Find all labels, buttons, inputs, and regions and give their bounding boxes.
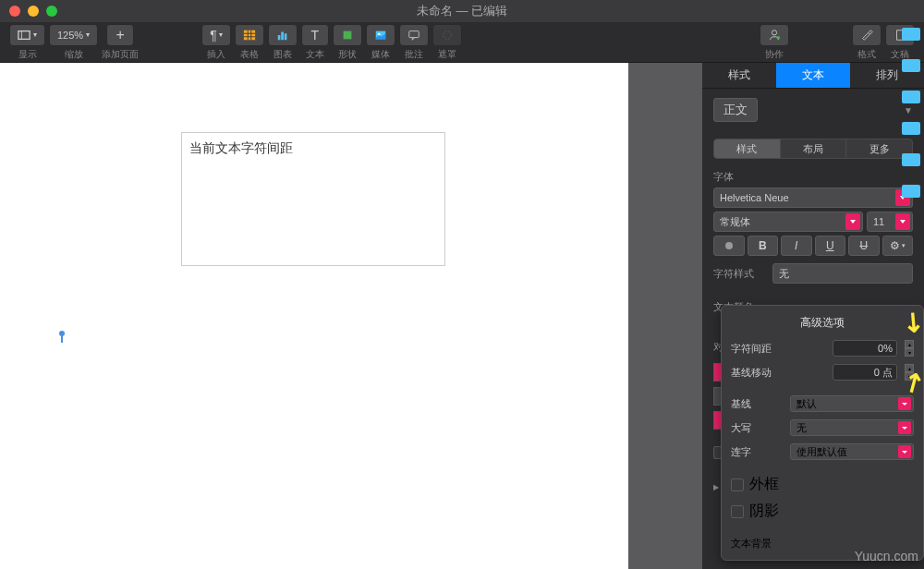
tab-style[interactable]: 样式 bbox=[702, 63, 776, 88]
font-family-dropdown[interactable]: Helvetica Neue bbox=[713, 188, 913, 208]
zoom-button[interactable]: 125%▾ bbox=[49, 24, 98, 46]
folder-icon bbox=[902, 153, 920, 166]
media-button[interactable] bbox=[366, 24, 395, 46]
view-label: 显示 bbox=[18, 48, 37, 61]
font-size-dropdown[interactable]: 11 bbox=[867, 212, 913, 232]
folder-icon bbox=[902, 91, 920, 103]
italic-button[interactable]: I bbox=[781, 236, 812, 256]
chevron-down-icon bbox=[845, 213, 860, 230]
tab-text[interactable]: 文本 bbox=[776, 63, 850, 88]
add-page-button[interactable]: + bbox=[106, 24, 134, 46]
view-icon bbox=[18, 29, 30, 42]
text-bg-label: 文本背景 bbox=[731, 538, 772, 549]
chevron-down-icon bbox=[898, 421, 911, 434]
mask-icon bbox=[441, 29, 454, 42]
folder-icon bbox=[902, 185, 920, 198]
maximize-window-button[interactable] bbox=[46, 6, 57, 17]
svg-rect-8 bbox=[281, 31, 284, 40]
capitalize-dropdown[interactable]: 无 bbox=[790, 419, 914, 436]
svg-rect-10 bbox=[343, 30, 351, 39]
table-button[interactable] bbox=[235, 24, 264, 46]
outline-label: 外框 bbox=[749, 475, 779, 494]
advanced-options-button[interactable]: ⚙▾ bbox=[882, 236, 914, 256]
folder-icon bbox=[902, 28, 920, 41]
svg-rect-9 bbox=[284, 33, 286, 40]
underline-button[interactable]: U bbox=[815, 236, 846, 256]
chart-button[interactable] bbox=[268, 24, 298, 46]
baseline-label: 基线 bbox=[731, 397, 783, 411]
insertion-cursor bbox=[59, 331, 65, 340]
strikethrough-button[interactable]: U bbox=[848, 236, 880, 256]
chevron-down-icon bbox=[898, 445, 911, 458]
text-box[interactable]: 当前文本字符间距 bbox=[181, 132, 445, 266]
svg-point-14 bbox=[443, 30, 451, 39]
brush-icon bbox=[860, 29, 873, 42]
char-spacing-input[interactable] bbox=[833, 340, 897, 357]
comment-button[interactable] bbox=[399, 24, 429, 46]
char-spacing-label: 字符间距 bbox=[731, 342, 783, 356]
desktop-folders bbox=[902, 28, 920, 198]
spacing-disclosure[interactable]: ▶ bbox=[713, 483, 719, 491]
shape-button[interactable] bbox=[333, 24, 362, 46]
ligature-dropdown[interactable]: 使用默认值 bbox=[790, 443, 914, 460]
svg-rect-0 bbox=[18, 30, 30, 39]
popover-title: 高级选项 bbox=[731, 315, 914, 331]
baseline-dropdown[interactable]: 默认 bbox=[790, 395, 914, 412]
collab-icon bbox=[768, 29, 781, 42]
text-icon: T bbox=[310, 28, 319, 42]
color-dot-icon bbox=[725, 242, 733, 249]
char-spacing-stepper[interactable]: ▴▾ bbox=[905, 340, 914, 357]
zoom-label: 缩放 bbox=[65, 48, 83, 61]
paragraph-icon: ¶ bbox=[210, 28, 217, 42]
text-button[interactable]: T bbox=[301, 24, 329, 46]
text-section-segmented: 样式 布局 更多 bbox=[713, 139, 913, 159]
folder-icon bbox=[902, 122, 920, 135]
sidebar-tabs: 样式 文本 排列 bbox=[702, 63, 924, 89]
plus-icon: + bbox=[116, 27, 124, 43]
gear-icon: ⚙ bbox=[890, 239, 900, 252]
add-page-label: 添加页面 bbox=[102, 48, 139, 61]
mask-button[interactable] bbox=[432, 24, 462, 46]
table-icon bbox=[243, 29, 256, 42]
font-style-dropdown[interactable]: 常规体 bbox=[713, 212, 863, 232]
media-icon bbox=[374, 29, 387, 42]
watermark: Yuucn.com bbox=[855, 549, 918, 563]
seg-layout[interactable]: 布局 bbox=[781, 139, 847, 158]
capitalize-label: 大写 bbox=[731, 421, 783, 435]
window-title: 未命名 — 已编辑 bbox=[417, 3, 507, 19]
comment-icon bbox=[407, 29, 420, 42]
format-button[interactable] bbox=[852, 24, 881, 46]
chevron-down-icon bbox=[898, 397, 911, 410]
paragraph-style-selector[interactable]: 正文 ▼ bbox=[702, 89, 924, 131]
baseline-shift-label: 基线移动 bbox=[731, 366, 783, 380]
chevron-down-icon bbox=[895, 213, 910, 230]
shape-icon bbox=[341, 29, 354, 42]
insert-button[interactable]: ¶▾ bbox=[201, 24, 231, 46]
svg-rect-2 bbox=[244, 30, 255, 40]
shadow-label: 阴影 bbox=[749, 502, 779, 521]
bold-button[interactable]: B bbox=[748, 236, 779, 256]
toolbar: ▾ 显示 125%▾ 缩放 + 添加页面 ¶▾ 插入 表格 图表 T 文本 bbox=[0, 22, 924, 63]
window-controls bbox=[9, 6, 57, 17]
char-style-label: 字符样式 bbox=[713, 267, 765, 281]
titlebar: 未命名 — 已编辑 bbox=[0, 0, 924, 22]
svg-point-15 bbox=[772, 30, 776, 34]
color-button[interactable] bbox=[713, 236, 745, 256]
close-window-button[interactable] bbox=[9, 6, 20, 17]
collab-button[interactable] bbox=[760, 24, 789, 46]
font-section-label: 字体 bbox=[713, 170, 913, 184]
document-canvas[interactable]: 当前文本字符间距 bbox=[0, 63, 628, 569]
advanced-options-popover: 高级选项 字符间距 ▴▾ 基线移动 ▴▾ 基线 默认 大写 无 连字 使用默认值… bbox=[721, 305, 924, 561]
view-button[interactable]: ▾ bbox=[9, 24, 45, 46]
svg-point-16 bbox=[777, 35, 781, 39]
char-style-dropdown[interactable]: 无 bbox=[772, 263, 913, 284]
folder-icon bbox=[902, 59, 920, 72]
minimize-window-button[interactable] bbox=[28, 6, 39, 17]
shadow-checkbox[interactable] bbox=[731, 505, 744, 518]
seg-style[interactable]: 样式 bbox=[714, 139, 781, 158]
svg-rect-13 bbox=[408, 30, 419, 37]
svg-rect-7 bbox=[277, 35, 280, 40]
outline-checkbox[interactable] bbox=[731, 478, 744, 491]
baseline-shift-input[interactable] bbox=[833, 364, 897, 381]
chart-icon bbox=[276, 29, 289, 42]
